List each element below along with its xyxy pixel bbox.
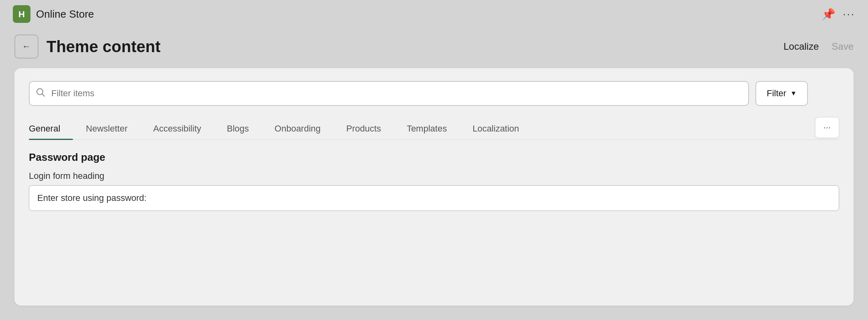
- top-bar-right: 📌 ···: [822, 8, 855, 21]
- content-card: Filter ▼ ··· General Newsletter Accessib…: [14, 68, 854, 306]
- tab-newsletter[interactable]: Newsletter: [73, 118, 140, 140]
- svg-line-3: [42, 94, 44, 96]
- filter-button[interactable]: Filter ▼: [755, 81, 808, 106]
- back-arrow-icon: ←: [22, 41, 31, 52]
- section-title: Password page: [29, 151, 839, 164]
- tab-more-dots-icon: ···: [824, 122, 831, 133]
- search-input-wrapper: [29, 81, 749, 106]
- tab-onboarding[interactable]: Onboarding: [262, 118, 333, 140]
- tab-accessibility[interactable]: Accessibility: [140, 118, 214, 140]
- field-group: Login form heading: [29, 171, 839, 211]
- pin-icon[interactable]: 📌: [822, 8, 836, 21]
- page-title: Theme content: [46, 38, 160, 56]
- tab-blogs[interactable]: Blogs: [214, 118, 262, 140]
- tab-more-button[interactable]: ···: [815, 117, 839, 138]
- main-content: ← Theme content Localize Save: [0, 28, 868, 320]
- page-header-right: Localize Save: [783, 41, 854, 52]
- page-header: ← Theme content Localize Save: [14, 34, 854, 59]
- app-logo-icon: H: [13, 5, 30, 23]
- filter-chevron-icon: ▼: [790, 90, 797, 97]
- top-bar-left: H Online Store: [13, 5, 94, 23]
- search-icon: [36, 88, 45, 99]
- top-bar: H Online Store 📌 ···: [0, 0, 868, 28]
- tab-general[interactable]: General: [29, 118, 73, 140]
- svg-text:H: H: [18, 9, 25, 19]
- top-bar-more-icon[interactable]: ···: [843, 8, 855, 20]
- section-content: Password page Login form heading: [29, 151, 839, 211]
- localize-button[interactable]: Localize: [783, 41, 819, 52]
- tab-templates[interactable]: Templates: [394, 118, 460, 140]
- search-input[interactable]: [29, 81, 749, 106]
- search-row: Filter ▼ ···: [29, 81, 839, 106]
- tab-products[interactable]: Products: [333, 118, 394, 140]
- tab-localization[interactable]: Localization: [460, 118, 532, 140]
- filter-label: Filter: [767, 88, 786, 99]
- save-button[interactable]: Save: [832, 41, 854, 52]
- app-title: Online Store: [36, 8, 94, 20]
- tabs-row: General Newsletter Accessibility Blogs O…: [29, 118, 839, 140]
- field-label: Login form heading: [29, 171, 839, 181]
- app-container: H Online Store 📌 ··· ← Theme content Loc…: [0, 0, 868, 320]
- back-button[interactable]: ←: [14, 34, 38, 59]
- login-form-heading-input[interactable]: [29, 185, 839, 211]
- page-header-left: ← Theme content: [14, 34, 160, 59]
